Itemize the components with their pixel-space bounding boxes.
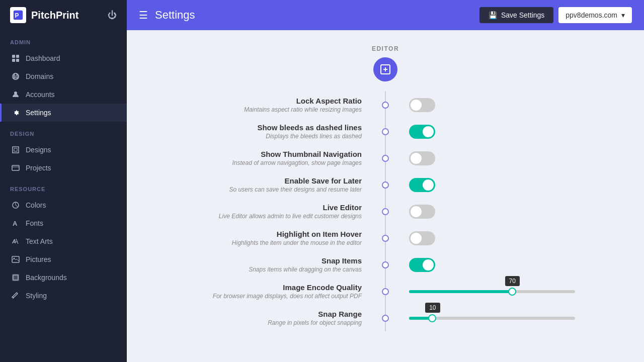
resource-section-label: RESOURCE bbox=[0, 177, 127, 196]
styling-icon bbox=[12, 292, 20, 300]
header-title: Settings bbox=[155, 9, 195, 22]
sidebar-item-styling-label: Styling bbox=[26, 292, 47, 300]
sidebar-item-accounts[interactable]: Accounts bbox=[0, 85, 127, 104]
setting-dot-6 bbox=[382, 261, 389, 268]
toggle-show-bleeds[interactable] bbox=[409, 125, 435, 139]
editor-icon-circle bbox=[373, 57, 397, 81]
colors-icon bbox=[12, 201, 20, 209]
setting-image-encode-quality: Image Encode Quality For browser image d… bbox=[157, 278, 614, 305]
setting-show-bleeds: Show bleeds as dashed lines Displays the… bbox=[157, 118, 614, 145]
power-icon[interactable]: ⏻ bbox=[108, 10, 117, 21]
setting-dot-8 bbox=[382, 315, 389, 322]
save-settings-button[interactable]: 💾 Save Settings bbox=[479, 7, 553, 23]
setting-label-snap-range: Snap Range Range in pixels for object sn… bbox=[157, 310, 382, 326]
content-area: EDITOR Lock Aspect Ratio Maintains aspec… bbox=[127, 30, 644, 362]
setting-control-6 bbox=[389, 258, 614, 272]
designs-icon bbox=[12, 146, 20, 154]
toggle-snap-items[interactable] bbox=[409, 258, 435, 272]
sidebar-item-colors-label: Colors bbox=[26, 201, 46, 209]
snap-range-track bbox=[409, 317, 575, 320]
sidebar-item-colors[interactable]: Colors bbox=[0, 196, 127, 214]
fonts-icon: A bbox=[12, 219, 20, 227]
editor-section-label: EDITOR bbox=[372, 45, 399, 52]
setting-dot-2 bbox=[382, 155, 389, 162]
snap-range-thumb[interactable] bbox=[428, 314, 436, 322]
sidebar-item-designs[interactable]: Designs bbox=[0, 141, 127, 159]
setting-control-8: 10 bbox=[389, 317, 614, 320]
setting-highlight-hover: Highlight on Item Hover Highlights the i… bbox=[157, 225, 614, 251]
setting-live-editor: Live Editor Live Editor allows admin to … bbox=[157, 198, 614, 225]
image-quality-track bbox=[409, 290, 575, 293]
domain-selector[interactable]: ppv8demos.com ▾ bbox=[558, 7, 632, 23]
toggle-thumbnail-nav[interactable] bbox=[409, 151, 435, 165]
snap-range-tooltip: 10 bbox=[425, 303, 440, 313]
setting-dot-0 bbox=[382, 102, 389, 109]
sidebar-item-backgrounds[interactable]: Backgrounds bbox=[0, 268, 127, 287]
editor-section-header: EDITOR bbox=[157, 45, 614, 81]
save-label: Save Settings bbox=[501, 11, 544, 19]
setting-thumbnail-nav: Show Thumbnail Navigation Instead of arr… bbox=[157, 145, 614, 171]
sidebar-item-styling[interactable]: Styling bbox=[0, 287, 127, 305]
header: ☰ Settings 💾 Save Settings ppv8demos.com… bbox=[127, 0, 644, 30]
setting-dot-5 bbox=[382, 235, 389, 242]
sidebar-item-fonts-label: Fonts bbox=[26, 219, 43, 227]
setting-label-image-encode-quality: Image Encode Quality For browser image d… bbox=[157, 283, 382, 300]
save-icon: 💾 bbox=[489, 11, 497, 19]
sidebar-item-settings[interactable]: Settings bbox=[0, 104, 127, 122]
image-quality-tooltip: 70 bbox=[505, 276, 520, 286]
setting-label-show-bleeds: Show bleeds as dashed lines Displays the… bbox=[157, 123, 382, 140]
main-content: ☰ Settings 💾 Save Settings ppv8demos.com… bbox=[127, 0, 644, 362]
svg-text:P: P bbox=[15, 12, 19, 19]
svg-rect-5 bbox=[16, 59, 19, 62]
sidebar-item-domains-label: Domains bbox=[26, 72, 53, 80]
settings-header-icon: ☰ bbox=[139, 9, 148, 21]
toggle-lock-aspect-ratio[interactable] bbox=[409, 98, 435, 112]
pictures-icon bbox=[12, 255, 20, 263]
sidebar-item-fonts[interactable]: A Fonts bbox=[0, 214, 127, 232]
sidebar-item-pictures[interactable]: Pictures bbox=[0, 250, 127, 268]
setting-control-4 bbox=[389, 205, 614, 219]
setting-control-3 bbox=[389, 178, 614, 192]
domain-value: ppv8demos.com bbox=[566, 11, 617, 19]
sidebar-item-domains[interactable]: Domains bbox=[0, 67, 127, 85]
chevron-down-icon: ▾ bbox=[621, 11, 625, 19]
settings-list: Lock Aspect Ratio Maintains aspect ratio… bbox=[157, 92, 614, 331]
setting-label-highlight-hover: Highlight on Item Hover Highlights the i… bbox=[157, 230, 382, 246]
setting-dot-7 bbox=[382, 288, 389, 295]
editor-icon bbox=[379, 63, 391, 75]
setting-label-save-later: Enable Save for Later So users can save … bbox=[157, 176, 382, 193]
domains-icon bbox=[12, 72, 20, 80]
sidebar-item-dashboard-label: Dashboard bbox=[26, 54, 60, 62]
toggle-highlight-hover[interactable] bbox=[409, 231, 435, 245]
sidebar-item-accounts-label: Accounts bbox=[26, 90, 55, 99]
setting-label-thumbnail-nav: Show Thumbnail Navigation Instead of arr… bbox=[157, 150, 382, 166]
toggle-live-editor[interactable] bbox=[409, 205, 435, 219]
projects-icon bbox=[12, 164, 20, 172]
setting-label-snap-items: Snap Items Snaps items while dragging on… bbox=[157, 256, 382, 273]
setting-dot-4 bbox=[382, 208, 389, 215]
sidebar-item-settings-label: Settings bbox=[26, 109, 51, 117]
svg-text:A: A bbox=[13, 220, 18, 227]
dashboard-icon bbox=[12, 54, 20, 62]
sidebar-item-dashboard[interactable]: Dashboard bbox=[0, 49, 127, 67]
settings-icon bbox=[12, 109, 20, 117]
sidebar-item-text-arts-label: Text Arts bbox=[26, 237, 53, 245]
image-quality-thumb[interactable] bbox=[508, 288, 516, 296]
image-quality-fill bbox=[409, 290, 512, 293]
app-name: PitchPrint bbox=[31, 10, 78, 21]
sidebar-item-text-arts[interactable]: A Text Arts bbox=[0, 232, 127, 250]
setting-snap-range: Snap Range Range in pixels for object sn… bbox=[157, 305, 614, 331]
toggle-save-later[interactable] bbox=[409, 178, 435, 192]
setting-lock-aspect-ratio: Lock Aspect Ratio Maintains aspect ratio… bbox=[157, 92, 614, 118]
setting-snap-items: Snap Items Snaps items while dragging on… bbox=[157, 251, 614, 278]
logo-icon: P bbox=[10, 7, 26, 23]
svg-rect-2 bbox=[12, 55, 15, 58]
sidebar-item-projects[interactable]: Projects bbox=[0, 159, 127, 177]
setting-control-1 bbox=[389, 125, 614, 139]
snap-range-slider-container: 10 bbox=[409, 317, 575, 320]
setting-control-7: 70 bbox=[389, 290, 614, 293]
setting-save-later: Enable Save for Later So users can save … bbox=[157, 171, 614, 198]
admin-section-label: ADMIN bbox=[0, 30, 127, 49]
setting-label-live-editor: Live Editor Live Editor allows admin to … bbox=[157, 203, 382, 220]
setting-label-lock-aspect-ratio: Lock Aspect Ratio Maintains aspect ratio… bbox=[157, 97, 382, 113]
